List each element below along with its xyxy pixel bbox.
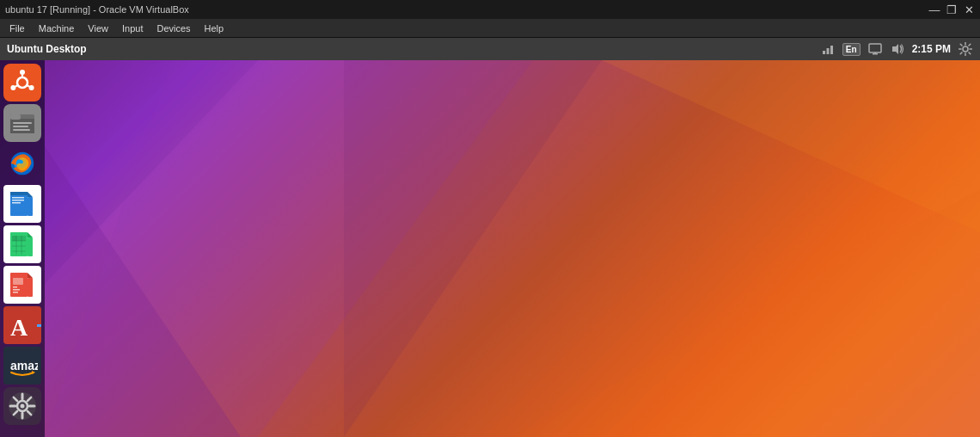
screen-icon — [867, 41, 883, 57]
svg-rect-41 — [28, 237, 33, 256]
menu-devices[interactable]: Devices — [150, 22, 196, 35]
volume-icon — [890, 41, 905, 57]
launcher-icon-writer[interactable] — [3, 185, 41, 223]
network-icon — [820, 41, 836, 57]
launcher-icon-system-settings[interactable] — [3, 387, 41, 425]
svg-rect-26 — [13, 126, 28, 127]
svg-rect-24 — [10, 114, 21, 120]
launcher-icon-font-manager[interactable]: A — [3, 306, 41, 344]
svg-rect-56 — [13, 292, 18, 293]
svg-rect-53 — [13, 278, 23, 285]
svg-rect-52 — [28, 278, 33, 297]
menu-view[interactable]: View — [82, 22, 114, 35]
svg-point-17 — [29, 85, 34, 90]
svg-rect-31 — [10, 192, 28, 216]
menu-machine[interactable]: Machine — [33, 22, 81, 35]
svg-rect-5 — [874, 52, 876, 54]
svg-rect-3 — [869, 44, 881, 52]
svg-text:amazon: amazon — [10, 359, 38, 372]
svg-rect-55 — [13, 289, 20, 291]
vm-statusbar: Ubuntu Desktop En — [0, 38, 980, 60]
vm-desktop-title: Ubuntu Desktop — [7, 43, 87, 55]
svg-rect-25 — [13, 122, 32, 124]
svg-point-16 — [20, 70, 25, 75]
minimize-button[interactable]: — — [928, 3, 940, 15]
svg-text:A: A — [10, 314, 28, 341]
svg-rect-43 — [12, 236, 16, 241]
svg-rect-54 — [13, 286, 17, 288]
svg-rect-36 — [12, 200, 24, 201]
keyboard-language-icon[interactable]: En — [842, 43, 861, 56]
launcher-icon-impress[interactable] — [3, 266, 41, 304]
close-button[interactable]: ✕ — [963, 3, 975, 15]
window-title: ubuntu 17 [Running] - Oracle VM VirtualB… — [5, 4, 189, 15]
window-controls: — ❐ ✕ — [928, 3, 975, 15]
vm-status-right: En 2:15 PM — [820, 41, 973, 57]
launcher-icon-amazon[interactable]: amazon — [3, 347, 41, 385]
svg-line-20 — [27, 85, 29, 87]
menubar: File Machine View Input Devices Help — [0, 19, 980, 38]
menu-help[interactable]: Help — [199, 22, 230, 35]
svg-rect-35 — [12, 197, 24, 199]
restore-button[interactable]: ❐ — [946, 3, 958, 15]
desktop-background — [0, 60, 980, 437]
svg-point-18 — [10, 85, 15, 90]
svg-point-64 — [21, 404, 25, 409]
launcher-icon-ubuntu-home[interactable] — [3, 64, 41, 102]
svg-rect-2 — [830, 46, 833, 54]
svg-rect-1 — [826, 48, 829, 54]
menu-input[interactable]: Input — [116, 22, 149, 35]
vm-settings-gear-icon[interactable] — [958, 41, 973, 57]
svg-rect-27 — [13, 129, 30, 131]
launcher-icon-files[interactable] — [3, 104, 41, 142]
launcher-bar: A amazon — [0, 60, 45, 437]
desktop[interactable]: A amazon — [0, 60, 980, 437]
svg-rect-0 — [823, 51, 825, 54]
launcher-icon-calc[interactable] — [3, 225, 41, 263]
menu-file[interactable]: File — [3, 22, 31, 35]
window-titlebar: ubuntu 17 [Running] - Oracle VM VirtualB… — [0, 0, 980, 19]
svg-point-7 — [963, 46, 968, 52]
clock-display: 2:15 PM — [912, 43, 951, 55]
svg-marker-6 — [892, 44, 898, 54]
svg-line-21 — [15, 85, 18, 87]
launcher-icon-firefox[interactable] — [3, 145, 41, 182]
svg-rect-34 — [28, 197, 33, 216]
svg-rect-37 — [12, 202, 21, 204]
svg-rect-32 — [10, 192, 28, 195]
